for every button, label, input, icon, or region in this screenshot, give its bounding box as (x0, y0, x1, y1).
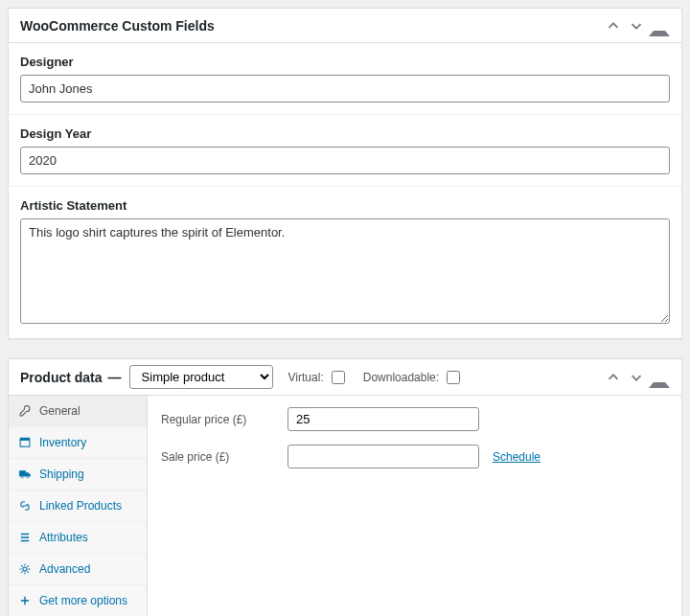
move-down-icon[interactable] (626, 15, 647, 36)
sale-price-input[interactable] (288, 445, 479, 468)
product-data-tabs: General Inventory Shipping Linked Produc… (9, 396, 148, 616)
downloadable-checkbox[interactable] (447, 371, 460, 384)
regular-price-label: Regular price (£) (161, 413, 274, 426)
product-type-select[interactable]: Simple product (129, 365, 273, 389)
general-panel: Regular price (£) Sale price (£) Schedul… (148, 396, 681, 616)
sale-price-label: Sale price (£) (161, 450, 274, 464)
designer-input[interactable] (20, 75, 670, 103)
gear-icon (18, 562, 32, 576)
panel-handle-actions (603, 15, 670, 36)
tab-attributes[interactable]: Attributes (9, 522, 147, 554)
svg-point-2 (21, 476, 23, 478)
svg-rect-1 (20, 438, 30, 440)
tab-linked-products[interactable]: Linked Products (9, 491, 147, 522)
product-data-title: Product data— (20, 370, 122, 385)
custom-fields-body: Designer Design Year Artistic Statement (9, 43, 681, 338)
custom-fields-panel: WooCommerce Custom Fields Designer Desig… (8, 8, 682, 339)
panel-handle-actions (603, 367, 670, 388)
downloadable-checkbox-group[interactable]: Downloadable: (363, 368, 463, 387)
tab-general[interactable]: General (9, 396, 147, 427)
virtual-checkbox-group[interactable]: Virtual: (288, 368, 348, 387)
move-up-icon[interactable] (603, 15, 624, 36)
designer-label: Designer (20, 55, 670, 69)
design-year-input[interactable] (20, 147, 670, 174)
inventory-icon (18, 436, 32, 449)
regular-price-input[interactable] (288, 407, 479, 431)
custom-fields-header: WooCommerce Custom Fields (9, 9, 681, 43)
tab-shipping[interactable]: Shipping (9, 459, 147, 491)
custom-fields-title: WooCommerce Custom Fields (20, 11, 215, 41)
tab-get-more-options[interactable]: Get more options (9, 585, 147, 616)
product-data-panel: Product data— Simple product Virtual: Do… (8, 358, 682, 616)
move-down-icon[interactable] (626, 367, 647, 388)
svg-rect-0 (20, 440, 30, 446)
artistic-statement-label: Artistic Statement (20, 198, 670, 213)
artistic-statement-field: Artistic Statement (9, 186, 681, 338)
tab-advanced[interactable]: Advanced (9, 554, 147, 585)
tab-inventory[interactable]: Inventory (9, 427, 147, 459)
product-data-header: Product data— Simple product Virtual: Do… (9, 359, 681, 396)
plus-icon (18, 594, 32, 607)
design-year-field: Design Year (9, 114, 681, 186)
schedule-link[interactable]: Schedule (493, 450, 540, 464)
move-up-icon[interactable] (603, 367, 624, 388)
toggle-panel-icon[interactable] (649, 367, 670, 388)
design-year-label: Design Year (20, 126, 670, 141)
regular-price-row: Regular price (£) (161, 407, 668, 431)
svg-point-3 (27, 476, 29, 478)
sale-price-row: Sale price (£) Schedule (161, 445, 668, 468)
artistic-statement-input[interactable] (20, 218, 670, 324)
list-icon (18, 531, 32, 544)
svg-point-4 (23, 567, 27, 571)
product-data-body: General Inventory Shipping Linked Produc… (9, 396, 681, 616)
downloadable-label: Downloadable: (363, 371, 439, 384)
toggle-panel-icon[interactable] (649, 15, 670, 36)
link-icon (18, 499, 32, 513)
truck-icon (18, 468, 32, 481)
virtual-label: Virtual: (288, 371, 324, 384)
designer-field: Designer (9, 43, 681, 114)
virtual-checkbox[interactable] (332, 371, 345, 384)
wrench-icon (18, 404, 32, 418)
